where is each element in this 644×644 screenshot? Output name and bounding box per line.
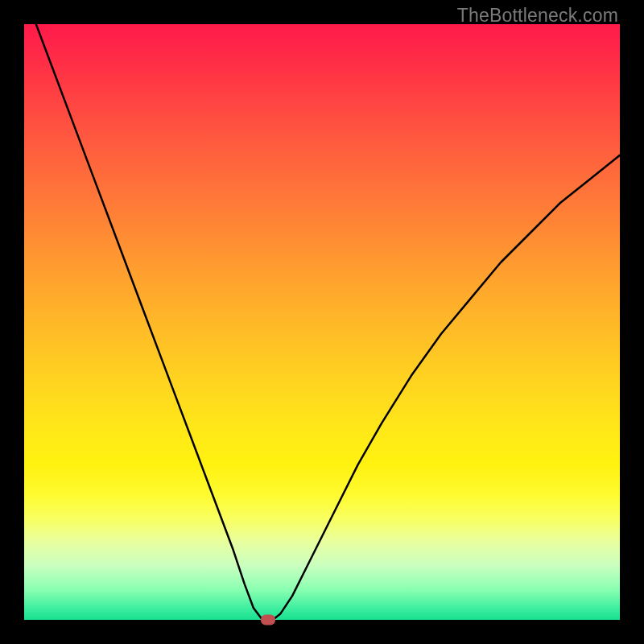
attribution-text: TheBottleneck.com xyxy=(457,5,618,27)
bottleneck-curve xyxy=(36,24,620,620)
curve-svg xyxy=(24,24,620,620)
chart-container: TheBottleneck.com xyxy=(0,0,644,644)
minimum-marker xyxy=(261,615,275,625)
plot-area xyxy=(24,24,620,620)
